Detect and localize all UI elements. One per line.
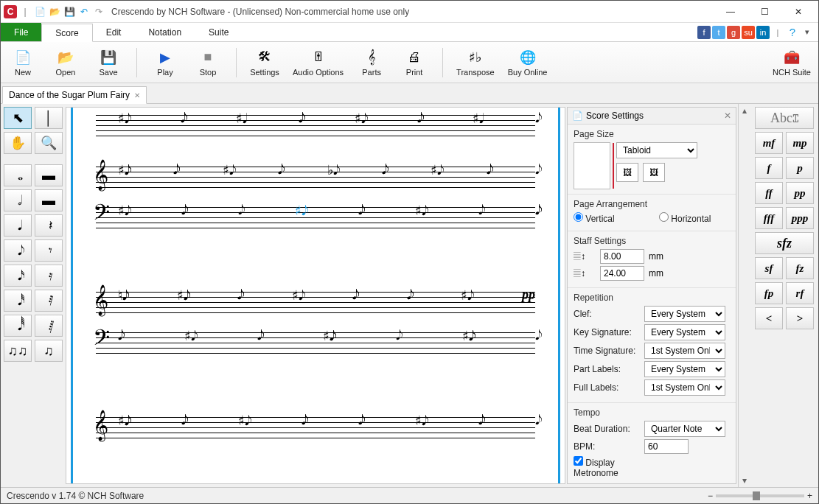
f-button[interactable]: f: [755, 157, 783, 179]
rf-button[interactable]: rf: [786, 282, 814, 304]
transpose-icon: ♯♭: [467, 49, 484, 66]
whole-rest-tool[interactable]: ▬: [35, 164, 63, 186]
linkedin-icon[interactable]: in: [756, 26, 770, 39]
panel-close-icon[interactable]: ✕: [724, 111, 731, 121]
settings-button[interactable]: 🛠Settings: [250, 49, 279, 77]
vertical-scrollbar[interactable]: ▴ ▾: [738, 104, 750, 487]
audio-icon: 🎚: [310, 49, 327, 66]
keysig-select[interactable]: Every System: [644, 324, 725, 340]
sixtyfourth-rest-tool[interactable]: 𝅁: [35, 315, 63, 337]
new-button[interactable]: 📄New: [8, 49, 38, 77]
help-dropdown-icon[interactable]: ▾: [801, 26, 814, 39]
close-tab-icon[interactable]: ✕: [134, 91, 140, 99]
qat-open-icon[interactable]: 📂: [48, 5, 61, 18]
orientation-landscape-icon[interactable]: 🖼: [643, 163, 665, 182]
sf-button[interactable]: sf: [755, 257, 783, 279]
buy-button[interactable]: 🌐Buy Online: [508, 49, 548, 77]
hand-tool[interactable]: ✋: [4, 132, 32, 154]
fff-button[interactable]: fff: [755, 207, 783, 229]
timesig-select[interactable]: 1st System Only: [644, 343, 725, 359]
display-metronome-checkbox[interactable]: Display Metronome: [574, 456, 640, 478]
fp-button[interactable]: fp: [755, 282, 783, 304]
score-canvas[interactable]: ♯𝅘𝅥𝅮𝅘𝅥𝅮𝅘𝅥𝅮♯𝅘𝅥𝅘𝅥𝅮𝅘𝅥𝅮♯𝅘𝅥𝅮𝅘𝅥𝅮𝅘𝅥𝅮♯𝅘𝅥𝅘𝅥𝅮 𝄞 ♯𝅘…: [66, 107, 565, 484]
quarter-rest-tool[interactable]: 𝄽: [35, 214, 63, 237]
sixteenth-rest-tool[interactable]: 𝄿: [35, 265, 63, 287]
zoom-in-icon[interactable]: +: [807, 491, 812, 501]
google-icon[interactable]: g: [727, 26, 740, 39]
text-tool[interactable]: AbcꞮ: [755, 107, 814, 129]
menu-edit[interactable]: Edit: [93, 23, 136, 41]
statusbar: Crescendo v 1.74 © NCH Software − +: [1, 487, 818, 503]
play-button[interactable]: ▶Play: [150, 49, 180, 77]
scroll-down-icon[interactable]: ▾: [742, 475, 747, 486]
beat-duration-select[interactable]: Quarter Note: [644, 421, 725, 437]
facebook-icon[interactable]: f: [697, 26, 711, 39]
staff-height-input[interactable]: [600, 249, 644, 264]
page-size-preview: [574, 142, 610, 189]
quarter-note-tool[interactable]: 𝅘𝅥: [4, 214, 32, 237]
scroll-up-icon[interactable]: ▴: [742, 105, 747, 116]
horizontal-radio[interactable]: Horizontal: [659, 212, 725, 224]
mp-button[interactable]: mp: [786, 132, 814, 154]
ppp-button[interactable]: ppp: [786, 207, 814, 229]
fz-button[interactable]: fz: [786, 257, 814, 279]
half-note-tool[interactable]: 𝅗𝅥: [4, 189, 32, 211]
qat-new-icon[interactable]: 📄: [33, 5, 46, 18]
menu-notation[interactable]: Notation: [135, 23, 195, 41]
document-tab-label: Dance of the Sugar Plum Fairy: [9, 90, 130, 100]
sixteenth-note-tool[interactable]: 𝅘𝅥𝅯: [4, 265, 32, 287]
menu-suite[interactable]: Suite: [195, 23, 243, 41]
thirtysecond-note-tool[interactable]: 𝅘𝅥𝅰: [4, 290, 32, 312]
vertical-radio[interactable]: Vertical: [574, 212, 640, 224]
barline-tool[interactable]: │: [35, 107, 63, 129]
status-text: Crescendo v 1.74 © NCH Software: [7, 491, 144, 501]
nch-suite-button[interactable]: 🧰NCH Suite: [773, 49, 811, 77]
partlabels-select[interactable]: Every System: [644, 361, 725, 377]
zoom-slider[interactable]: [716, 494, 804, 497]
half-rest-tool[interactable]: ▬: [35, 189, 63, 211]
p-button[interactable]: p: [786, 157, 814, 179]
parts-button[interactable]: 𝄞Parts: [357, 49, 386, 77]
whole-note-tool[interactable]: 𝅝: [4, 164, 32, 186]
beam-tool[interactable]: ♫: [35, 340, 63, 362]
twitter-icon[interactable]: t: [712, 26, 725, 39]
help-icon[interactable]: ?: [786, 26, 799, 39]
bass-clef-icon: 𝄢: [93, 325, 110, 356]
pointer-tool[interactable]: ⬉: [4, 107, 32, 129]
audio-options-button[interactable]: 🎚Audio Options: [293, 49, 344, 77]
qat-save-icon[interactable]: 💾: [63, 5, 76, 18]
qat-redo-icon[interactable]: ↷: [92, 5, 105, 18]
fulllabels-select[interactable]: 1st System Only: [644, 379, 725, 396]
crescendo-button[interactable]: <: [755, 307, 783, 329]
zoom-tool[interactable]: 🔍: [35, 132, 63, 154]
staff-spacing-input[interactable]: [600, 266, 644, 281]
menu-file[interactable]: File: [1, 23, 41, 41]
minimize-button[interactable]: —: [714, 1, 747, 22]
qat-undo-icon[interactable]: ↶: [77, 5, 91, 18]
tuplet-tool[interactable]: ♫♫: [4, 340, 32, 362]
close-button[interactable]: ✕: [781, 1, 815, 22]
document-tab[interactable]: Dance of the Sugar Plum Fairy ✕: [2, 86, 147, 104]
clef-select[interactable]: Every System: [644, 306, 725, 322]
thirtysecond-rest-tool[interactable]: 𝅀: [35, 290, 63, 312]
stumble-icon[interactable]: su: [742, 26, 755, 39]
decrescendo-button[interactable]: >: [786, 307, 814, 329]
save-button[interactable]: 💾Save: [94, 49, 123, 77]
zoom-out-icon[interactable]: −: [708, 491, 713, 501]
transpose-button[interactable]: ♯♭Transpose: [456, 49, 495, 77]
bpm-input[interactable]: [644, 439, 689, 454]
sixtyfourth-note-tool[interactable]: 𝅘𝅥𝅱: [4, 315, 32, 337]
mf-button[interactable]: mf: [755, 132, 783, 154]
eighth-note-tool[interactable]: 𝅘𝅥𝅮: [4, 239, 32, 262]
open-button[interactable]: 📂Open: [51, 49, 80, 77]
print-button[interactable]: 🖨Print: [400, 49, 429, 77]
sfz-button[interactable]: sfz: [755, 232, 814, 254]
maximize-button[interactable]: ☐: [747, 1, 781, 22]
ff-button[interactable]: ff: [755, 182, 783, 204]
orientation-portrait-icon[interactable]: 🖼: [616, 163, 638, 182]
page-size-select[interactable]: Tabloid: [616, 142, 697, 158]
stop-button[interactable]: ■Stop: [193, 49, 223, 77]
menu-score[interactable]: Score: [41, 24, 92, 42]
eighth-rest-tool[interactable]: 𝄾: [35, 239, 63, 262]
pp-button[interactable]: pp: [786, 182, 814, 204]
